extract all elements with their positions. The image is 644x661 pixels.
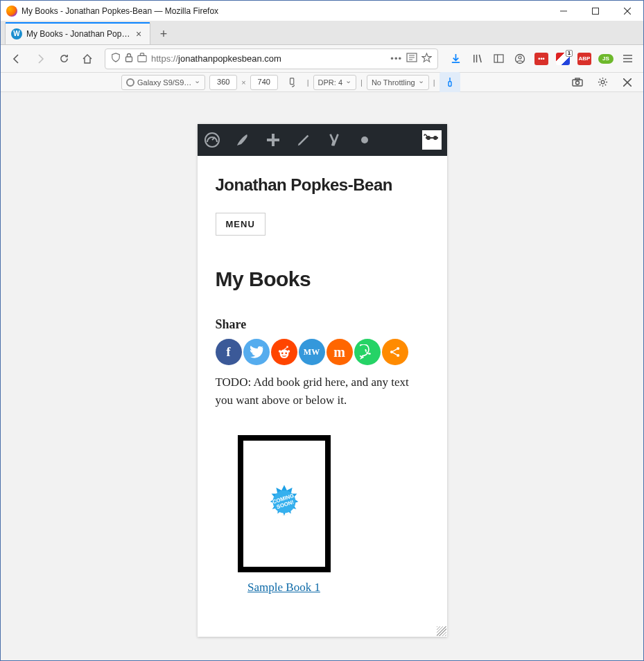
svg-line-48 (392, 353, 397, 355)
status-dot-icon[interactable] (356, 131, 374, 149)
share-mewe[interactable]: MW (299, 339, 325, 365)
screenshot-button[interactable] (567, 72, 588, 93)
svg-point-40 (278, 350, 281, 353)
svg-point-38 (281, 352, 283, 354)
badge-count: 1 (566, 50, 573, 57)
abp-button[interactable]: ABP (574, 49, 595, 69)
navigation-toolbar: https://jonathanpopkesbean.com ••• (1, 45, 643, 73)
close-button[interactable] (611, 1, 643, 21)
rdm-close-button[interactable] (617, 72, 638, 93)
caret-icon (194, 78, 200, 87)
abp-icon: ABP (577, 53, 591, 65)
wordpress-icon: W (11, 28, 22, 39)
svg-line-13 (479, 55, 481, 62)
url-protocol: https:// (151, 53, 178, 64)
minimize-button[interactable] (548, 1, 580, 21)
share-facebook[interactable]: f (216, 339, 242, 365)
firefox-icon (6, 6, 17, 17)
url-text: https://jonathanpopkesbean.com (151, 53, 386, 64)
edit-icon[interactable] (295, 131, 313, 149)
js-icon: JS (598, 54, 613, 64)
book-cover[interactable]: COMING SOON! (238, 435, 331, 572)
svg-rect-21 (290, 78, 293, 84)
library-button[interactable] (467, 49, 487, 69)
new-tab-button[interactable]: + (153, 24, 174, 44)
touch-button[interactable] (440, 72, 460, 93)
chrome-brand-icon (126, 78, 134, 87)
svg-point-39 (285, 352, 287, 354)
svg-rect-5 (140, 53, 143, 56)
tab-close-icon[interactable]: × (133, 28, 144, 39)
svg-line-47 (392, 349, 397, 351)
home-button[interactable] (77, 49, 98, 69)
sidebar-button[interactable] (488, 49, 509, 69)
svg-point-32 (361, 136, 368, 143)
customize-icon[interactable] (234, 131, 252, 149)
flag-icon: 1 (556, 53, 570, 65)
share-reddit[interactable] (271, 339, 297, 365)
svg-rect-4 (126, 57, 132, 62)
svg-rect-36 (426, 137, 438, 139)
forward-button[interactable] (30, 49, 51, 69)
svg-rect-33 (423, 131, 441, 149)
share-whatsapp[interactable] (354, 339, 381, 365)
maximize-button[interactable] (580, 1, 611, 21)
book-item: COMING SOON! Sample Book 1 (238, 435, 331, 594)
sep: | (433, 78, 435, 87)
add-new-icon[interactable] (264, 131, 282, 149)
book-link[interactable]: Sample Book 1 (238, 581, 331, 594)
user-avatar[interactable] (422, 130, 442, 150)
throttling-select[interactable]: No Throttling (367, 75, 429, 90)
rotate-button[interactable] (282, 72, 303, 93)
window-title: My Books - Jonathan Popkes-Bean — Mozill… (21, 6, 548, 16)
browser-tab[interactable]: W My Books - Jonathan Popkes-B… × (5, 22, 150, 44)
sep: | (307, 78, 309, 87)
url-bar[interactable]: https://jonathanpopkesbean.com ••• (105, 49, 438, 69)
js-button[interactable]: JS (595, 49, 616, 69)
body-text: TODO: Add book grid here, and any text y… (216, 373, 429, 410)
svg-point-17 (519, 56, 521, 59)
reload-button[interactable] (53, 49, 74, 69)
device-select[interactable]: Galaxy S9/S9… (121, 75, 205, 90)
app-menu-button[interactable] (617, 49, 638, 69)
width-input[interactable]: 360 (209, 75, 237, 90)
bookmark-star-icon[interactable] (421, 53, 432, 65)
share-mix[interactable]: m (327, 339, 353, 365)
lock-icon (125, 53, 133, 64)
site-title[interactable]: Jonathan Popkes-Bean (216, 175, 429, 195)
yoast-icon[interactable] (325, 131, 343, 149)
svg-rect-24 (575, 78, 580, 80)
share-twitter[interactable] (243, 339, 270, 365)
account-button[interactable] (510, 49, 530, 69)
tab-bar: W My Books - Jonathan Popkes-B… × + (1, 21, 643, 45)
svg-rect-6 (138, 55, 146, 62)
responsive-design-toolbar: Galaxy S9/S9… 360 × 740 | DPR: 4 | No Th… (1, 73, 643, 92)
share-label: Share (216, 317, 429, 332)
dimension-x: × (241, 78, 245, 87)
downloads-button[interactable] (445, 49, 466, 69)
menu-button[interactable]: MENU (216, 213, 266, 236)
dpr-select[interactable]: DPR: 4 (313, 75, 356, 90)
extension-button-2[interactable]: 1 (552, 49, 573, 69)
height-input[interactable]: 740 (250, 75, 278, 90)
rdm-settings-button[interactable] (592, 72, 613, 93)
extension-button-1[interactable]: ••• (531, 49, 552, 69)
url-domain: jonathanpopkesbean.com (178, 53, 281, 64)
device-label: Galaxy S9/S9… (137, 78, 191, 87)
page-actions-icon[interactable]: ••• (390, 53, 402, 64)
coming-soon-badge: COMING SOON! (263, 482, 306, 525)
caret-icon (418, 78, 424, 87)
svg-point-23 (576, 81, 580, 85)
content-area: Jonathan Popkes-Bean MENU My Books Share… (1, 92, 643, 660)
svg-point-37 (279, 349, 288, 358)
permissions-icon (137, 53, 147, 64)
reader-icon[interactable] (406, 53, 417, 64)
wp-admin-bar (198, 124, 447, 156)
share-more[interactable] (382, 339, 408, 365)
dashboard-icon[interactable] (203, 131, 221, 149)
resize-handle[interactable] (437, 626, 446, 636)
back-button[interactable] (6, 49, 27, 69)
device-viewport: Jonathan Popkes-Bean MENU My Books Share… (198, 124, 447, 637)
tab-label: My Books - Jonathan Popkes-B… (26, 29, 133, 39)
caret-icon (345, 78, 351, 87)
